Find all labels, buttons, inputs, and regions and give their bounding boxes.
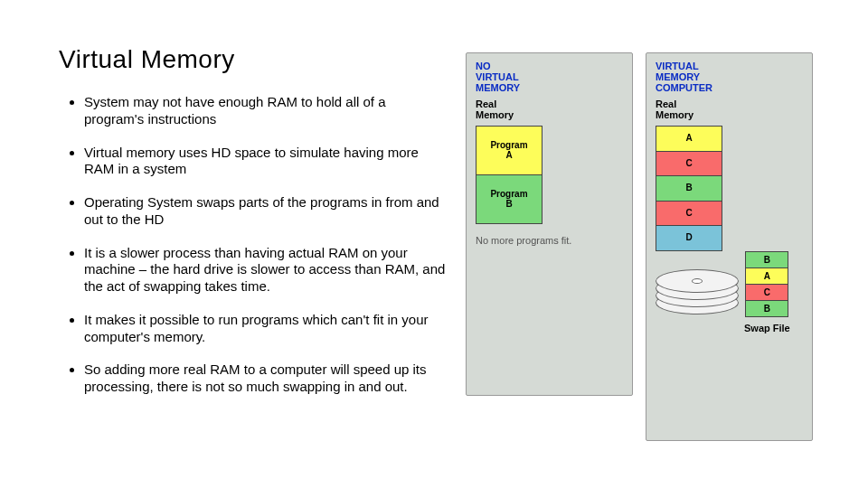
bullet-item: It is a slower process than having actua… (84, 245, 448, 296)
memory-stack: Program A Program B (476, 126, 542, 224)
disk-icon (656, 267, 739, 318)
memory-block: Program B (476, 175, 542, 223)
panel-header: NO VIRTUAL MEMORY (476, 61, 623, 93)
swap-stack: B A C B (745, 251, 788, 317)
panel-caption: No more programs fit. (476, 235, 623, 246)
memory-block: B (656, 176, 722, 202)
bullet-list: System may not have enough RAM to hold a… (59, 94, 448, 396)
diagram-area: NO VIRTUAL MEMORY Real Memory Program A … (466, 45, 827, 461)
swap-file-label: Swap File (744, 323, 790, 333)
memory-stack: A C B C D (656, 126, 722, 251)
bullet-item: It makes it possible to run programs whi… (84, 312, 448, 346)
bullet-item: Virtual memory uses HD space to simulate… (84, 145, 448, 179)
panel-no-virtual-memory: NO VIRTUAL MEMORY Real Memory Program A … (466, 52, 633, 396)
swap-block: B (746, 252, 788, 268)
memory-block: D (656, 226, 722, 250)
slide-title: Virtual Memory (59, 45, 448, 74)
swap-block: C (746, 285, 788, 301)
disk-area: B A C B Swap File (656, 257, 803, 329)
memory-block: Program A (476, 127, 542, 175)
swap-block: B (746, 301, 788, 316)
bullet-item: Operating System swaps parts of the prog… (84, 194, 448, 229)
panel-virtual-memory: VIRTUAL MEMORY COMPUTER Real Memory A C … (646, 52, 813, 441)
panel-header: VIRTUAL MEMORY COMPUTER (656, 61, 803, 93)
bullet-item: System may not have enough RAM to hold a… (84, 94, 448, 128)
slide: Virtual Memory System may not have enoug… (0, 0, 868, 488)
swap-block: A (746, 268, 788, 285)
bullet-item: So adding more real RAM to a computer wi… (84, 361, 448, 396)
memory-block: C (656, 152, 722, 177)
memory-block: C (656, 202, 722, 227)
memory-block: A (656, 127, 722, 152)
panel-subheader: Real Memory (476, 99, 623, 120)
swap-column: B A C B Swap File (744, 251, 790, 333)
panel-subheader: Real Memory (656, 99, 803, 120)
content-column: Virtual Memory System may not have enoug… (59, 45, 448, 461)
